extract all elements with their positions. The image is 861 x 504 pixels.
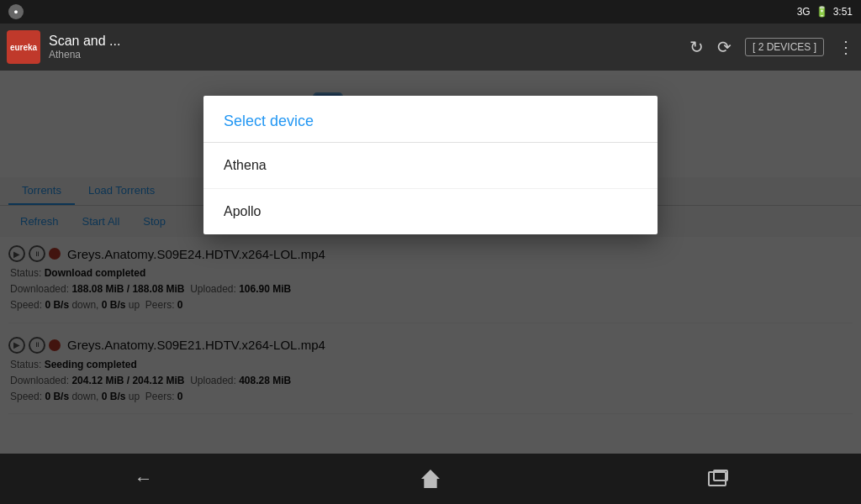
device-option-apollo[interactable]: Apollo <box>203 189 658 234</box>
app-sub-title: Athena <box>49 49 681 60</box>
toolbar: eureka Scan and ... Athena ↻ ⟳ [ 2 DEVIC… <box>0 24 861 71</box>
app-logo: eureka <box>7 30 40 64</box>
status-bar: ● 3G 🔋 3:51 <box>0 0 861 24</box>
select-device-dialog: Select device Athena Apollo <box>203 96 658 234</box>
status-right: 3G 🔋 3:51 <box>797 6 853 18</box>
dialog-title: Select device <box>203 96 658 143</box>
main-content: KTorrent Web Interface Torrents Load Tor… <box>0 71 861 454</box>
refresh-button[interactable]: ↻ <box>689 37 704 57</box>
devices-badge[interactable]: [ 2 DEVICES ] <box>745 38 824 56</box>
home-icon <box>421 470 440 488</box>
battery-icon: 🔋 <box>816 6 828 18</box>
back-button[interactable]: ← <box>119 462 169 496</box>
device-option-athena[interactable]: Athena <box>203 143 658 189</box>
home-button[interactable] <box>405 462 456 496</box>
recents-icon <box>708 471 726 486</box>
toolbar-actions: ↻ ⟳ [ 2 DEVICES ] ⋮ <box>689 37 854 57</box>
status-left: ● <box>8 4 24 19</box>
time-display: 3:51 <box>833 6 853 18</box>
network-type: 3G <box>797 6 811 18</box>
dialog-overlay: Select device Athena Apollo <box>0 71 861 454</box>
overflow-menu-button[interactable]: ⋮ <box>837 37 854 57</box>
recents-button[interactable] <box>692 462 742 496</box>
app-notification-icon: ● <box>8 4 24 19</box>
reload-button[interactable]: ⟳ <box>717 37 732 57</box>
app-main-title: Scan and ... <box>49 34 681 49</box>
bottom-nav: ← <box>0 454 861 504</box>
toolbar-title: Scan and ... Athena <box>49 34 681 60</box>
back-icon: ← <box>135 468 153 490</box>
